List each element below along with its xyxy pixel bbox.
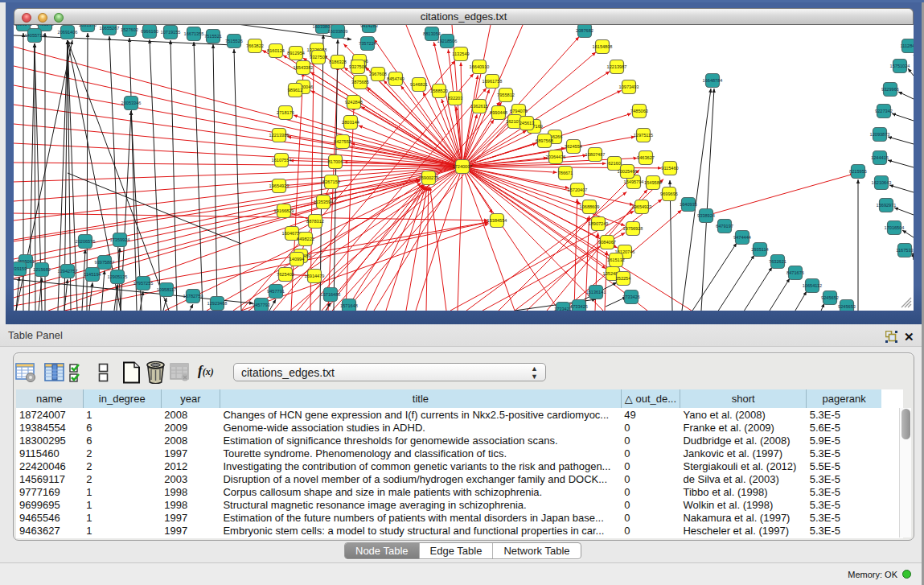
svg-text:1588520: 1588520 (430, 89, 448, 93)
svg-text:1244415: 1244415 (871, 155, 889, 160)
svg-text:6794078: 6794078 (510, 109, 528, 113)
svg-text:2935114: 2935114 (751, 247, 768, 252)
svg-text:12923468: 12923468 (207, 301, 228, 306)
svg-text:7357224: 7357224 (359, 41, 376, 46)
svg-text:786671: 786671 (558, 171, 573, 175)
svg-text:15720407: 15720407 (568, 187, 588, 192)
svg-text:1527602: 1527602 (121, 27, 138, 32)
svg-text:15136141: 15136141 (586, 290, 606, 295)
svg-text:20364436: 20364436 (546, 154, 566, 159)
svg-text:20691406: 20691406 (58, 30, 78, 35)
svg-text:1362615: 1362615 (470, 104, 488, 109)
svg-text:10973493: 10973493 (619, 84, 639, 89)
svg-text:14055714: 14055714 (25, 33, 45, 38)
svg-text:9327506: 9327506 (349, 64, 367, 69)
svg-text:2718176: 2718176 (277, 110, 294, 115)
svg-text:11353594: 11353594 (314, 200, 333, 204)
svg-text:3875685: 3875685 (351, 80, 369, 84)
svg-text:9245653: 9245653 (838, 304, 856, 309)
svg-text:15692971: 15692971 (877, 203, 897, 208)
svg-text:12213987: 12213987 (607, 64, 627, 69)
svg-text:7955812: 7955812 (497, 93, 515, 97)
svg-text:9338924: 9338924 (697, 213, 715, 218)
svg-text:25900275: 25900275 (419, 175, 439, 180)
svg-text:8990448: 8990448 (490, 110, 507, 115)
svg-text:989612: 989612 (288, 88, 303, 93)
svg-text:10719155: 10719155 (161, 30, 181, 35)
svg-text:8471676: 8471676 (786, 270, 804, 275)
svg-text:2803144: 2803144 (342, 120, 359, 125)
svg-text:1615132: 1615132 (607, 257, 625, 262)
svg-text:19166829: 19166829 (274, 208, 294, 213)
svg-text:252254: 252254 (616, 276, 631, 281)
svg-text:16033809: 16033809 (328, 29, 348, 34)
svg-text:10655267: 10655267 (100, 26, 120, 31)
svg-text:10688609: 10688609 (580, 204, 600, 209)
svg-text:3624554: 3624554 (565, 144, 582, 149)
svg-text:2031376: 2031376 (79, 25, 97, 27)
svg-text:1571648: 1571648 (340, 303, 358, 308)
svg-text:12905135: 12905135 (108, 274, 128, 279)
svg-text:2306141: 2306141 (14, 25, 32, 27)
svg-text:19218506: 19218506 (437, 39, 458, 43)
svg-text:10807487: 10807487 (585, 152, 606, 157)
svg-text:20053346: 20053346 (121, 101, 142, 105)
svg-text:7663822: 7663822 (246, 43, 264, 48)
svg-text:17240007: 17240007 (453, 164, 473, 169)
svg-text:9457793: 9457793 (253, 303, 270, 307)
svg-text:19654923: 19654923 (632, 204, 652, 209)
svg-text:16914479: 16914479 (305, 274, 325, 278)
svg-text:9242848: 9242848 (345, 100, 363, 105)
svg-text:8427552: 8427552 (334, 139, 351, 144)
svg-text:15495794: 15495794 (624, 179, 644, 184)
svg-text:8215955: 8215955 (849, 169, 867, 174)
svg-text:9146821: 9146821 (410, 82, 428, 87)
svg-text:817006: 817006 (328, 159, 343, 164)
svg-text:939159: 939159 (14, 266, 27, 271)
svg-text:6498222: 6498222 (297, 237, 314, 241)
svg-text:10958117: 10958117 (157, 287, 176, 292)
svg-text:1405572: 1405572 (36, 25, 54, 27)
svg-text:9457791: 9457791 (267, 289, 285, 294)
svg-text:832203: 832203 (448, 96, 463, 101)
svg-text:9245652: 9245652 (821, 295, 839, 300)
svg-text:1733421: 1733421 (554, 307, 572, 311)
svg-text:7625402: 7625402 (277, 272, 294, 277)
svg-text:12093873: 12093873 (870, 132, 890, 137)
svg-text:7632621: 7632621 (769, 259, 786, 264)
svg-text:8912954: 8912954 (287, 51, 305, 56)
svg-text:9699695: 9699695 (660, 192, 678, 196)
svg-text:8267150: 8267150 (322, 179, 340, 184)
svg-text:8813054: 8813054 (423, 31, 441, 36)
svg-text:1733425: 1733425 (570, 304, 588, 309)
svg-text:6897568: 6897568 (536, 138, 553, 143)
svg-text:140994: 140994 (290, 257, 305, 262)
svg-text:16543382: 16543382 (294, 65, 314, 70)
svg-text:17957255: 17957255 (133, 281, 154, 286)
svg-text:16107554: 16107554 (272, 158, 292, 163)
svg-text:9084067: 9084067 (598, 240, 616, 245)
svg-text:2967608: 2967608 (369, 72, 387, 76)
svg-text:15716485: 15716485 (321, 292, 341, 297)
svg-text:10025466: 10025466 (618, 169, 638, 174)
svg-text:16154808: 16154808 (593, 44, 613, 49)
svg-text:1112846: 1112846 (901, 43, 914, 48)
svg-text:9115460: 9115460 (661, 166, 678, 171)
svg-text:1640935: 1640935 (680, 202, 697, 207)
svg-text:7515526: 7515526 (225, 39, 243, 43)
svg-text:17016504: 17016504 (885, 225, 905, 230)
svg-text:16782759: 16782759 (183, 294, 203, 299)
svg-text:16671355: 16671355 (184, 31, 204, 36)
svg-text:93975887: 93975887 (95, 260, 115, 265)
svg-text:10654112: 10654112 (803, 283, 822, 288)
svg-text:8186328: 8186328 (329, 60, 347, 64)
svg-text:7515521: 7515521 (204, 34, 222, 39)
svg-text:20206576: 20206576 (76, 239, 96, 244)
svg-text:1215682: 1215682 (33, 267, 51, 272)
svg-text:15751024: 15751024 (890, 64, 910, 68)
svg-text:9463627: 9463627 (637, 155, 655, 160)
svg-text:19654923: 19654923 (269, 183, 290, 188)
svg-text:17359924: 17359924 (110, 237, 130, 242)
svg-text:1145194: 1145194 (84, 272, 101, 277)
svg-text:6479197: 6479197 (716, 224, 733, 229)
